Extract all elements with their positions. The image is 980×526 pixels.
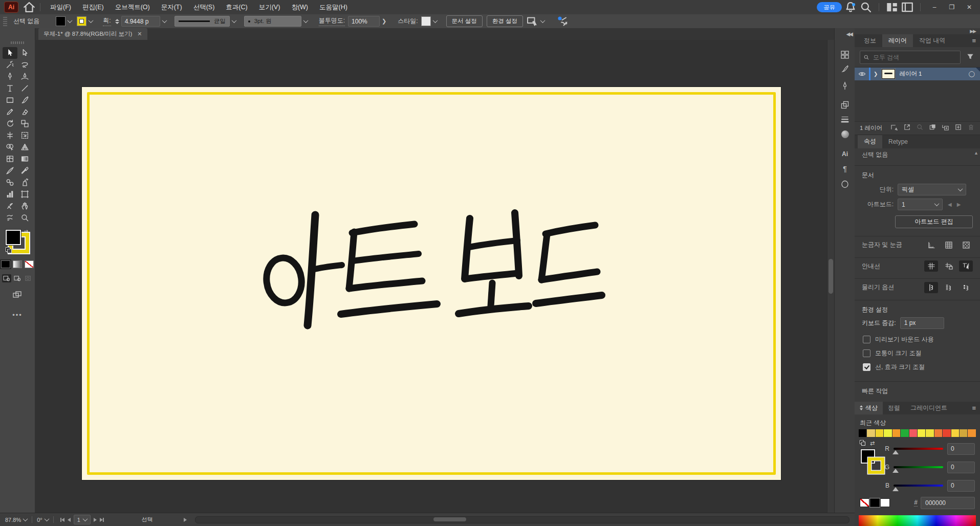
play-icon[interactable] <box>184 517 187 523</box>
filter-funnel-icon[interactable] <box>967 53 974 61</box>
artboard-number-box[interactable]: 1 <box>74 515 91 524</box>
hand-tool[interactable] <box>17 200 32 212</box>
panel-menu-icon[interactable]: ≡ <box>972 37 976 45</box>
chevron-down-icon[interactable] <box>44 516 49 521</box>
stroke-weight-stepper[interactable] <box>114 17 120 26</box>
default-fill-stroke-icon[interactable] <box>6 247 12 253</box>
stroke-lines-icon[interactable] <box>835 113 855 125</box>
blue-slider-thumb[interactable] <box>892 487 899 491</box>
menu-select[interactable]: 선택(S) <box>188 0 221 14</box>
panel-drag-handle[interactable] <box>3 17 7 26</box>
notifications-bell-icon[interactable] <box>844 2 857 12</box>
fill-color-swatch[interactable] <box>56 16 66 26</box>
color-swatch[interactable] <box>892 429 900 437</box>
scale-strokes-checkbox[interactable] <box>863 363 870 371</box>
expand-panels-icon[interactable]: ◀◀ <box>846 31 852 37</box>
free-transform-tool[interactable] <box>17 129 32 141</box>
color-panel-menu-icon[interactable]: ≡ <box>972 404 976 412</box>
document-setup-button[interactable]: 문서 설정 <box>446 15 483 27</box>
gradient-tool[interactable] <box>17 153 32 165</box>
blue-slider[interactable] <box>894 485 943 487</box>
color-swatch[interactable] <box>926 429 933 437</box>
hex-value-input[interactable]: 000000 <box>921 497 975 509</box>
keyboard-increment-input[interactable]: 1 px <box>900 317 944 329</box>
color-swatch[interactable] <box>859 429 866 437</box>
color-swatch[interactable] <box>943 429 950 437</box>
character-panel-icon[interactable]: Ai <box>835 148 855 160</box>
none-button[interactable] <box>25 260 34 268</box>
swap-fill-stroke-icon[interactable]: ⇄ <box>870 440 875 447</box>
black-swatch[interactable] <box>870 498 880 507</box>
knife-tool[interactable] <box>3 165 17 177</box>
layer-target-circle[interactable]: ◯ <box>969 71 975 77</box>
fill-proxy[interactable] <box>6 230 21 245</box>
menu-edit[interactable]: 편집(E) <box>77 0 110 14</box>
symbol-sprayer-tool[interactable] <box>17 177 32 188</box>
color-swatch[interactable] <box>901 429 908 437</box>
column-graph-tool[interactable] <box>3 188 17 200</box>
menu-file[interactable]: 파일(F) <box>45 0 77 14</box>
layers-search-input[interactable] <box>872 53 957 61</box>
menu-help[interactable]: 도움말(H) <box>314 0 353 14</box>
opentype-panel-icon[interactable] <box>835 178 855 190</box>
new-sublayer-icon[interactable] <box>942 123 949 133</box>
gradient-button[interactable] <box>13 260 22 268</box>
color-swatch[interactable] <box>884 429 891 437</box>
chevron-down-icon[interactable] <box>432 18 438 23</box>
red-slider[interactable] <box>894 448 943 450</box>
warp-tool[interactable] <box>3 212 17 224</box>
color-swatch[interactable] <box>909 429 917 437</box>
color-spectrum-bar[interactable] <box>859 515 976 526</box>
selection-tool[interactable] <box>3 47 17 59</box>
scroll-up-icon[interactable]: ▲ <box>974 150 978 156</box>
width-tool[interactable] <box>3 129 17 141</box>
paintbrush-tool[interactable] <box>17 94 32 106</box>
arrange-documents-icon[interactable] <box>885 2 899 12</box>
magic-wand-tool[interactable] <box>3 59 17 71</box>
color-swatch[interactable] <box>960 429 967 437</box>
view-options-icon[interactable] <box>526 16 538 27</box>
stroke-weight-label[interactable]: 획: <box>103 16 111 26</box>
color-button[interactable] <box>1 260 10 268</box>
eyedropper-tool[interactable] <box>17 165 32 177</box>
tab-gradient[interactable]: 그레이디언트 <box>905 402 952 414</box>
home-icon[interactable] <box>23 2 36 12</box>
zoom-level[interactable]: 87.8% <box>5 517 21 523</box>
tab-history[interactable]: 작업 내역 <box>913 34 951 48</box>
collect-for-export-icon[interactable] <box>903 123 911 133</box>
screen-mode-button[interactable] <box>0 291 35 299</box>
make-clipping-mask-icon[interactable] <box>890 123 898 133</box>
snap-options-icon[interactable] <box>557 16 569 27</box>
green-slider[interactable] <box>894 466 943 468</box>
scale-corners-checkbox[interactable] <box>863 349 870 357</box>
search-icon[interactable] <box>859 2 873 12</box>
preview-bounds-checkbox[interactable] <box>863 336 870 343</box>
tab-retype[interactable]: Retype <box>882 135 914 148</box>
close-tab-icon[interactable]: ✕ <box>137 31 142 37</box>
preferences-button[interactable]: 환경 설정 <box>487 15 523 27</box>
tab-properties[interactable]: 속성 <box>858 135 882 148</box>
smart-guides-icon[interactable] <box>959 260 973 272</box>
document-tab[interactable]: 무제-1* @ 87.8%(RGB/미리 보기) ✕ <box>38 28 147 40</box>
red-value[interactable]: 0 <box>947 443 975 455</box>
artboard-select[interactable]: 1 <box>898 199 943 210</box>
chevron-down-icon[interactable] <box>303 18 308 23</box>
curvature-tool[interactable] <box>17 71 32 82</box>
green-value[interactable]: 0 <box>947 462 975 473</box>
chevron-down-icon[interactable] <box>162 18 167 23</box>
previous-artboard-icon[interactable] <box>68 517 71 523</box>
scale-corners-row[interactable]: 모퉁이 크기 조절 <box>855 346 980 360</box>
grid-icon[interactable] <box>942 239 955 251</box>
first-artboard-icon[interactable] <box>60 517 64 523</box>
draw-normal-icon[interactable] <box>2 274 11 282</box>
default-fill-stroke-icon[interactable] <box>860 440 865 446</box>
scale-tool[interactable] <box>17 118 32 129</box>
menu-view[interactable]: 보기(V) <box>253 0 286 14</box>
lock-guides-icon[interactable] <box>942 260 955 272</box>
next-artboard-icon[interactable] <box>94 517 97 523</box>
opacity-label[interactable]: 불투명도: <box>319 16 345 26</box>
layer-thumbnail[interactable] <box>882 69 895 79</box>
collapse-panels-icon[interactable]: ▶▶ <box>970 29 976 34</box>
tab-color[interactable]: 색상 <box>855 402 883 414</box>
opacity-value[interactable]: 100% <box>348 16 380 27</box>
